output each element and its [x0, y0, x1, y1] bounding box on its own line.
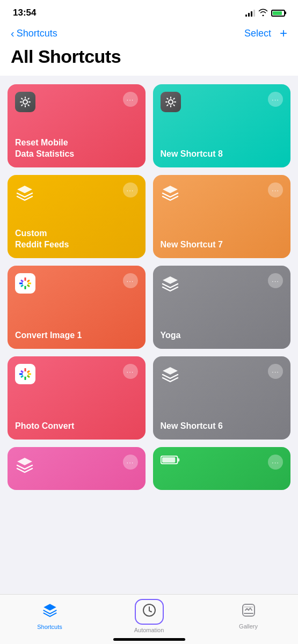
- settings-icon: [161, 92, 181, 112]
- card-top: ···: [15, 364, 138, 384]
- card-label: New Shortcut 8: [161, 138, 284, 160]
- automation-tab-label: Automation: [134, 627, 164, 633]
- nav-actions: Select +: [244, 27, 287, 40]
- svg-point-1: [169, 100, 173, 104]
- photos-icon: [15, 364, 35, 384]
- battery-icon: [161, 455, 180, 465]
- nav-bar: ‹ Shortcuts Select +: [0, 23, 298, 44]
- card-label: Reset MobileData Statistics: [15, 127, 138, 160]
- wifi-icon: [258, 9, 268, 18]
- card-photo-convert[interactable]: ··· Photo Convert: [8, 356, 146, 440]
- card-more-button[interactable]: ···: [268, 273, 283, 288]
- layers-icon: [15, 182, 34, 202]
- photos-icon: [15, 273, 35, 294]
- status-bar: 13:54: [0, 0, 298, 23]
- card-label: New Shortcut 7: [161, 229, 284, 251]
- card-convert-image-1[interactable]: ··· Convert Image 1: [8, 266, 146, 349]
- card-label: Yoga: [161, 319, 284, 341]
- gallery-tab-label: Gallery: [239, 623, 258, 630]
- card-label: Convert Image 1: [15, 319, 138, 341]
- card-top: ···: [161, 455, 284, 470]
- automation-tab-box: [135, 599, 164, 625]
- card-label: New Shortcut 6: [161, 410, 284, 432]
- card-more-button[interactable]: ···: [268, 455, 283, 470]
- layers-icon: [15, 455, 34, 474]
- card-custom-reddit[interactable]: ··· CustomReddit Feeds: [8, 175, 146, 258]
- svg-rect-9: [177, 458, 179, 462]
- gallery-tab-icon: [241, 603, 256, 621]
- shortcuts-tab-icon: [42, 603, 57, 621]
- signal-icon: [245, 9, 255, 17]
- card-label: CustomReddit Feeds: [15, 217, 138, 251]
- card-label: Photo Convert: [15, 410, 138, 432]
- layers-icon: [161, 364, 180, 383]
- card-top: ···: [161, 273, 284, 292]
- settings-icon: [15, 92, 35, 112]
- layers-icon: [161, 182, 180, 202]
- card-yoga[interactable]: ··· Yoga: [153, 266, 291, 349]
- back-label: Shortcuts: [17, 28, 57, 39]
- svg-point-7: [23, 371, 28, 377]
- card-new-shortcut-8[interactable]: ··· New Shortcut 8: [153, 84, 291, 167]
- svg-point-4: [23, 281, 28, 286]
- battery-icon: [271, 10, 285, 17]
- card-more-button[interactable]: ···: [123, 273, 138, 288]
- status-icons: [245, 9, 285, 18]
- card-top: ···: [161, 92, 284, 112]
- home-indicator: [113, 638, 185, 641]
- card-more-button[interactable]: ···: [123, 364, 138, 379]
- card-top: ···: [15, 182, 138, 202]
- add-shortcut-button[interactable]: +: [280, 27, 287, 40]
- card-more-button[interactable]: ···: [268, 92, 283, 107]
- card-more-button[interactable]: ···: [123, 92, 138, 107]
- card-top: ···: [15, 273, 138, 294]
- back-chevron-icon: ‹: [11, 27, 14, 40]
- card-new-shortcut-7[interactable]: ··· New Shortcut 7: [153, 175, 291, 258]
- layers-icon: [161, 273, 180, 292]
- card-more-button[interactable]: ···: [123, 455, 138, 470]
- card-green-battery[interactable]: ···: [153, 447, 291, 490]
- back-button[interactable]: ‹ Shortcuts: [11, 27, 57, 40]
- card-top: ···: [15, 455, 138, 474]
- card-more-button[interactable]: ···: [123, 182, 138, 197]
- page-title-section: All Shortcuts: [0, 44, 298, 76]
- tab-automation[interactable]: Automation: [128, 599, 171, 633]
- tab-gallery[interactable]: Gallery: [227, 603, 270, 630]
- status-time: 13:54: [13, 8, 36, 18]
- select-button[interactable]: Select: [244, 28, 271, 39]
- card-top: ···: [161, 182, 284, 202]
- page-title: All Shortcuts: [11, 46, 287, 67]
- card-reset-mobile[interactable]: ··· Reset MobileData Statistics: [8, 84, 146, 167]
- shortcuts-grid: ··· Reset MobileData Statistics ··· New …: [0, 76, 298, 499]
- card-top: ···: [15, 92, 138, 112]
- svg-point-0: [23, 100, 27, 104]
- card-top: ···: [161, 364, 284, 383]
- automation-tab-icon: [142, 603, 156, 620]
- card-pink-layers[interactable]: ···: [8, 447, 146, 490]
- svg-rect-10: [162, 457, 175, 463]
- shortcuts-tab-label: Shortcuts: [37, 624, 62, 630]
- card-more-button[interactable]: ···: [268, 364, 283, 379]
- card-new-shortcut-6[interactable]: ··· New Shortcut 6: [153, 356, 291, 440]
- tab-shortcuts[interactable]: Shortcuts: [28, 603, 71, 630]
- card-more-button[interactable]: ···: [268, 182, 283, 197]
